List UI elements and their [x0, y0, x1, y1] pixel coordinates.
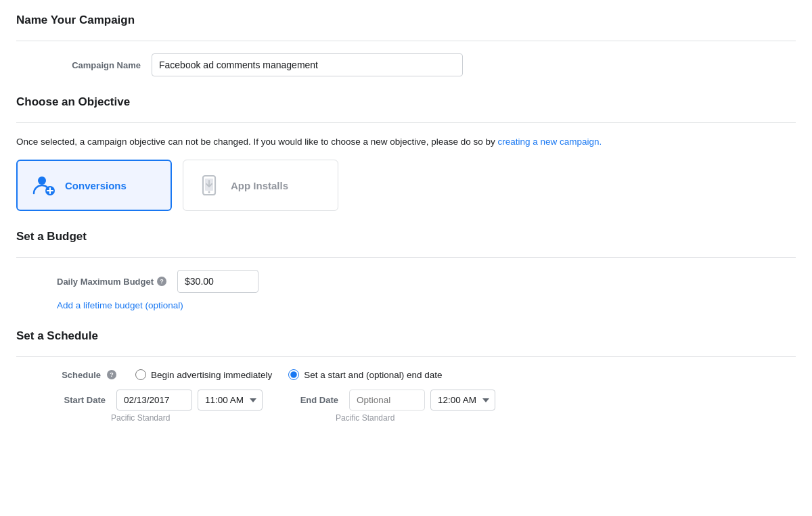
schedule-radio-row: Schedule ? Begin advertising immediately… [16, 369, 796, 380]
budget-row: Daily Maximum Budget ? [16, 270, 796, 293]
set-budget-divider [16, 257, 796, 258]
start-date-label: Start Date [57, 395, 111, 405]
start-date-input[interactable] [116, 390, 192, 411]
start-time-select[interactable]: 11:00 AM 12:00 AM 1:00 AM 12:00 PM [198, 390, 263, 411]
new-campaign-link[interactable]: creating a new campaign. [497, 137, 602, 147]
app-installs-icon [197, 173, 221, 197]
end-date-fields: End Date 12:00 AM 11:00 AM 12:00 PM [290, 390, 495, 411]
radio-set-start-end-label: Set a start and (optional) end date [304, 370, 442, 380]
svg-point-7 [208, 191, 210, 193]
date-row: Start Date 11:00 AM 12:00 AM 1:00 AM 12:… [16, 390, 796, 423]
radio-set-start-end-input[interactable] [288, 369, 299, 380]
start-date-group: Start Date 11:00 AM 12:00 AM 1:00 AM 12:… [57, 390, 263, 423]
radio-set-start-end[interactable]: Set a start and (optional) end date [288, 369, 442, 380]
budget-input[interactable] [177, 270, 258, 293]
set-budget-title: Set a Budget [16, 230, 796, 250]
budget-field-label: Daily Maximum Budget ? [57, 277, 177, 287]
choose-objective-title: Choose an Objective [16, 95, 796, 116]
name-campaign-section: Name Your Campaign Campaign Name [16, 14, 796, 76]
campaign-name-label: Campaign Name [57, 60, 152, 70]
lifetime-link-wrapper: Add a lifetime budget (optional) [16, 300, 796, 310]
conversions-label: Conversions [65, 180, 127, 191]
schedule-radio-group: Begin advertising immediately Set a star… [135, 369, 442, 380]
end-date-input[interactable] [349, 390, 425, 411]
objective-notice: Once selected, a campaign objective can … [16, 135, 796, 149]
set-schedule-title: Set a Schedule [16, 329, 796, 350]
set-schedule-divider [16, 356, 796, 357]
app-installs-label: App Installs [231, 180, 288, 191]
radio-begin-immediately-input[interactable] [135, 369, 146, 380]
start-date-fields: Start Date 11:00 AM 12:00 AM 1:00 AM 12:… [57, 390, 263, 411]
conversions-icon [31, 173, 55, 197]
name-campaign-divider [16, 41, 796, 41]
objective-notice-text: Once selected, a campaign objective can … [16, 137, 497, 147]
campaign-name-input[interactable] [152, 53, 463, 76]
start-timezone-label: Pacific Standard [57, 413, 263, 423]
campaign-name-row: Campaign Name [16, 53, 796, 76]
radio-begin-immediately[interactable]: Begin advertising immediately [135, 369, 272, 380]
end-time-select[interactable]: 12:00 AM 11:00 AM 12:00 PM [430, 390, 495, 411]
end-timezone-label: Pacific Standard [290, 413, 495, 423]
schedule-field-label: Schedule ? [57, 370, 125, 380]
set-budget-section: Set a Budget Daily Maximum Budget ? Add … [16, 230, 796, 310]
objective-card-conversions[interactable]: Conversions [16, 160, 172, 211]
lifetime-budget-link[interactable]: Add a lifetime budget (optional) [57, 300, 183, 310]
radio-begin-immediately-label: Begin advertising immediately [151, 370, 272, 380]
svg-point-0 [38, 177, 46, 185]
objective-cards: Conversions App Installs [16, 160, 796, 211]
end-date-label: End Date [290, 395, 344, 405]
name-campaign-title: Name Your Campaign [16, 14, 796, 34]
schedule-help-icon[interactable]: ? [107, 370, 116, 379]
choose-objective-section: Choose an Objective Once selected, a cam… [16, 95, 796, 211]
set-schedule-section: Set a Schedule Schedule ? Begin advertis… [16, 329, 796, 423]
end-date-group: End Date 12:00 AM 11:00 AM 12:00 PM Paci… [290, 390, 495, 423]
budget-help-icon[interactable]: ? [157, 277, 166, 286]
objective-card-app-installs[interactable]: App Installs [183, 160, 338, 211]
choose-objective-divider [16, 122, 796, 123]
